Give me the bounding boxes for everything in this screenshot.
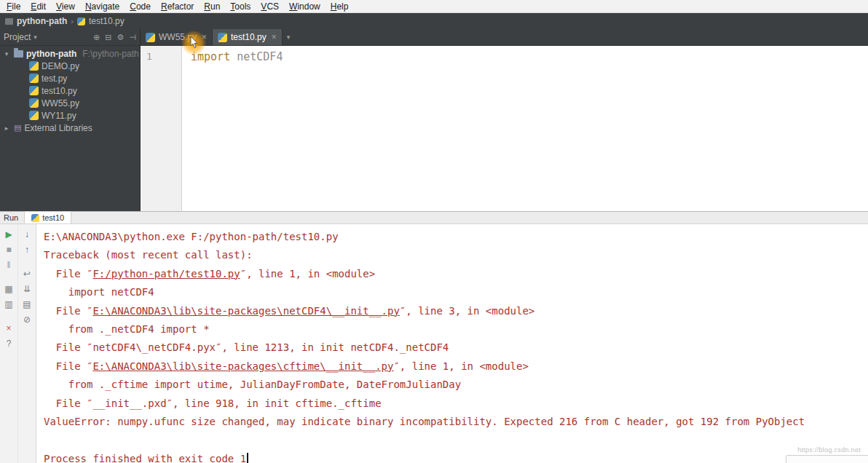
python-file-icon [31,214,39,222]
menu-item-code[interactable]: Code [125,1,156,12]
header-row: Project ▾ ⊕⊟⚙⊣ WW55.py×test10.py×▾ [0,29,868,46]
menu-item-view[interactable]: View [51,1,80,12]
editor-tab-test10-py[interactable]: test10.py× [213,29,283,45]
project-root-name: python-path [26,49,76,59]
file-name: test.py [42,74,67,84]
file-name: WW55.py [42,98,79,108]
console-text: ″, line 3, in <module> [400,305,534,317]
chevron-down-icon: ▾ [33,33,37,41]
run-panel-label: Run [4,213,18,222]
scroll-to-end-icon[interactable]: ⇊ [21,283,33,295]
watermark: https://blog.csdn.net [797,446,861,454]
menu-item-window[interactable]: Window [284,1,326,12]
collapse-all-icon[interactable]: ⊟ [105,33,111,41]
console-line: E:\ANACONDA3\python.exe F:/python-path/t… [44,228,868,246]
corner-popup [786,455,868,463]
tab-label: WW55.py [159,32,197,42]
locate-file-icon[interactable]: ⊕ [93,33,100,41]
close-tab-icon[interactable]: × [272,32,277,42]
console-line: File ″E:\ANACONDA3\lib\site-packages\cft… [44,357,868,376]
python-file-icon [29,61,39,71]
external-libraries-label: External Libraries [24,123,92,133]
soft-wrap-icon[interactable]: ↩ [21,268,33,280]
menu-item-vcs[interactable]: VCS [256,1,284,12]
menu-item-navigate[interactable]: Navigate [80,1,125,12]
run-tab-test10[interactable]: test10 [24,211,71,223]
console-line: Process finished with exit code 1 [44,450,868,463]
chevron-right-icon[interactable]: ▸ [2,124,11,132]
code-identifier: netCDF4 [237,50,283,63]
editor-gutter: 1 [141,46,182,211]
console-line: ValueError: numpy.ufunc size changed, ma… [44,413,868,431]
print-icon[interactable]: ▤ [21,298,33,310]
tree-item-test10-py[interactable]: test10.py [0,84,140,97]
menu-item-tools[interactable]: Tools [225,1,256,12]
breadcrumb-project[interactable]: python-path [17,16,67,26]
menu-item-file[interactable]: File [1,1,25,12]
line-number: 1 [146,51,152,62]
tree-item-ww55-py[interactable]: WW55.py [0,97,140,109]
tab-label: test10.py [231,32,267,42]
run-tab-label: test10 [42,213,64,222]
console-line: File ″E:\ANACONDA3\lib\site-packages\net… [44,302,868,320]
python-file-icon [218,33,227,42]
chevron-down-icon[interactable]: ▾ [2,50,11,58]
run-toolbar-left: ▶■‖▦▥×? [0,224,18,463]
stacktrace-link[interactable]: F:/python-path/test10.py [92,268,240,280]
project-node-icon [5,18,13,25]
console-text: File ″ [56,305,93,317]
menu-item-run[interactable]: Run [199,1,225,12]
project-view-label: Project [4,32,31,42]
folder-icon [14,50,23,58]
libraries-icon: ▤ [14,123,21,132]
pin-tab-icon[interactable]: ▥ [3,298,15,310]
editor[interactable]: 1 import netCDF4 [141,46,868,211]
down-stacktrace-icon[interactable]: ↓ [21,229,33,240]
project-tree: ▾ python-path F:\python-path DEMO.pytest… [0,46,141,211]
chevron-down-icon[interactable]: ▾ [287,33,291,41]
console-text: ″, line 1, in <module> [393,360,528,372]
code-area[interactable]: import netCDF4 [182,46,283,211]
project-view-dropdown[interactable]: Project ▾ [4,32,37,42]
run-body: ▶■‖▦▥×? ↓↑↩⇊▤⊘ E:\ANACONDA3\python.exe F… [0,224,868,463]
editor-tab-bar: WW55.py×test10.py×▾ [141,29,868,45]
pause-icon[interactable]: ‖ [3,259,15,271]
settings-icon[interactable]: ⚙ [117,33,125,41]
tree-item-external-libraries[interactable]: ▸ ▤ External Libraries [0,122,140,134]
up-stacktrace-icon[interactable]: ↑ [21,244,33,256]
breadcrumb: python-path › test10.py [0,13,868,29]
stacktrace-link[interactable]: E:\ANACONDA3\lib\site-packages\netCDF4\_… [92,305,399,317]
console-line: from ._netCDF4 import * [44,320,868,339]
console-text: File ″ [56,360,93,372]
python-file-icon [29,86,39,95]
tree-item-test-py[interactable]: test.py [0,72,140,84]
stacktrace-link[interactable]: E:\ANACONDA3\lib\site-packages\cftime\__… [92,360,393,372]
tree-item-root[interactable]: ▾ python-path F:\python-path [0,47,140,60]
file-name: DEMO.py [42,61,79,71]
console[interactable]: E:\ANACONDA3\python.exe F:/python-path/t… [36,224,868,463]
breadcrumb-file[interactable]: test10.py [89,16,125,26]
hide-panel-icon[interactable]: ⊣ [129,33,136,41]
rerun-icon[interactable]: ▶ [3,229,15,240]
project-file-list: DEMO.pytest.pytest10.pyWW55.pyWY11.py [0,60,140,122]
help-icon[interactable]: ? [3,338,15,349]
file-name: WY11.py [42,111,76,121]
tree-item-demo-py[interactable]: DEMO.py [0,60,140,72]
stop-icon[interactable]: ■ [3,244,15,256]
restore-layout-icon[interactable]: ▦ [3,283,15,295]
python-file-icon [77,17,85,25]
tree-item-wy11-py[interactable]: WY11.py [0,109,140,122]
close-tab-icon[interactable]: × [202,32,207,42]
close-icon[interactable]: × [3,322,15,334]
console-line: File ″netCDF4\_netCDF4.pyx″, line 1213, … [44,339,868,357]
menu-item-refactor[interactable]: Refactor [156,1,199,12]
menu-bar: FileEditViewNavigateCodeRefactorRunTools… [0,0,868,13]
file-name: test10.py [42,86,77,96]
breadcrumb-separator-icon: › [71,17,74,25]
menu-item-edit[interactable]: Edit [25,1,51,12]
menu-item-help[interactable]: Help [326,1,354,12]
clear-all-icon[interactable]: ⊘ [21,314,33,325]
editor-tab-ww55-py[interactable]: WW55.py× [141,29,213,45]
project-panel-header: Project ▾ ⊕⊟⚙⊣ [0,29,141,45]
project-header-icons: ⊕⊟⚙⊣ [93,33,136,41]
